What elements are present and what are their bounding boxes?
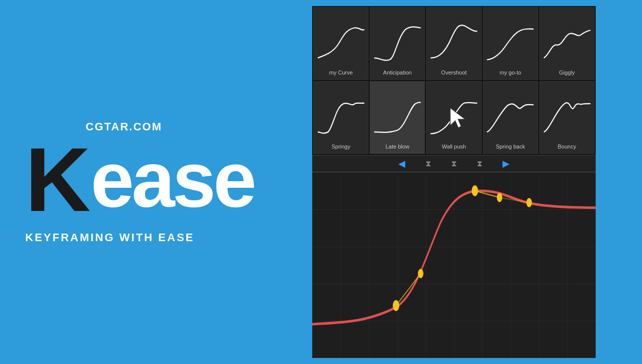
hourglass-button-3[interactable]: ⧗ (477, 159, 482, 168)
svg-point-2 (393, 301, 399, 311)
preset-bouncy[interactable]: Bouncy (539, 81, 595, 154)
preset-label-springy: Springy (331, 143, 350, 150)
preset-label-anticipation: Anticipation (383, 69, 412, 76)
left-arrow-button[interactable]: ◀ (398, 158, 405, 169)
tagline: KEYFRAMING WITH EASE (25, 231, 194, 244)
preset-label-bouncy: Bouncy (558, 143, 577, 150)
controls-bar: ◀ ⧗ ⧗ ⧗ ▶ (312, 155, 596, 172)
preset-my-goto[interactable]: my go-to (483, 7, 538, 80)
preset-label-spring-back: Spring back (496, 143, 525, 150)
preset-overshoot[interactable]: Overshoot (426, 7, 481, 80)
preset-label-late-blow: Late blow (386, 143, 409, 150)
logo-row: K ease (25, 134, 254, 225)
right-panel: my Curve Anticipation Overshoot my go-to (312, 0, 602, 364)
preset-giggly[interactable]: Giggly (539, 7, 595, 80)
cgtar-label: CGTAR.COM (86, 120, 162, 133)
preset-label-my-curve: my Curve (329, 69, 353, 76)
svg-rect-1 (312, 172, 596, 358)
k-letter: K (25, 134, 91, 225)
ease-text: ease (91, 140, 254, 219)
left-panel: CGTAR.COM K ease KEYFRAMING WITH EASE (0, 0, 312, 364)
preset-anticipation[interactable]: Anticipation (370, 7, 425, 80)
preset-label-wall-push: Wall push (442, 143, 466, 150)
preset-late-blow[interactable]: Late blow (370, 81, 425, 154)
preset-spring-back[interactable]: Spring back (483, 81, 538, 154)
preset-wall-push[interactable]: Wall push (426, 81, 481, 154)
right-arrow-button[interactable]: ▶ (503, 158, 510, 169)
graph-svg (312, 172, 596, 358)
hourglass-button-1[interactable]: ⧗ (425, 159, 431, 168)
hourglass-button-2[interactable]: ⧗ (451, 159, 457, 168)
preset-springy[interactable]: Springy (313, 81, 369, 154)
graph-area[interactable] (312, 172, 596, 358)
preset-label-my-goto: my go-to (500, 69, 521, 76)
preset-my-curve[interactable]: my Curve (313, 7, 369, 80)
preset-label-giggly: Giggly (559, 69, 575, 76)
presets-grid: my Curve Anticipation Overshoot my go-to (312, 6, 596, 155)
preset-label-overshoot: Overshoot (441, 69, 467, 76)
